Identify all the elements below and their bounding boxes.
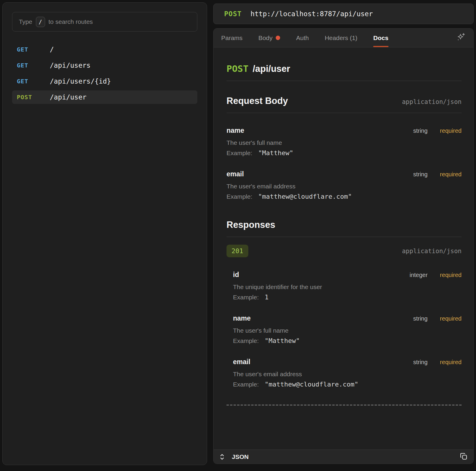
route-method-label: GET (17, 62, 50, 69)
tab-label: Auth (296, 34, 309, 42)
field-head: email string required (227, 170, 462, 178)
field-required-flag: required (440, 171, 462, 178)
route-item-get-api-users-id[interactable]: GET /api/users/{id} (12, 74, 197, 88)
example-value: 1 (265, 293, 269, 301)
request-body-title: Request Body (227, 96, 288, 106)
unfold-chevrons-icon (219, 453, 225, 461)
field-example: Example: 1 (233, 293, 462, 301)
field-name: email (227, 170, 244, 178)
response-content-type-label: application/json (402, 248, 462, 255)
responses-section-head: Responses (227, 220, 462, 230)
tab-label: Docs (373, 34, 388, 42)
example-label: Example: (233, 294, 259, 301)
field-type: string (413, 315, 428, 322)
field-description: The unique identifier for the user (233, 283, 462, 291)
field-example: Example: "Matthew" (233, 337, 462, 344)
field-name: name (233, 314, 251, 322)
field-type: string (413, 359, 428, 366)
request-body-section-head: Request Body application/json (227, 96, 462, 106)
routes-panel: Type / to search routes GET / GET /api/u… (2, 2, 207, 465)
route-item-get-api-users[interactable]: GET /api/users (12, 59, 197, 72)
tab-body[interactable]: Body (258, 29, 280, 47)
field-block-name: name string required The user's full nam… (227, 127, 462, 157)
copy-button[interactable] (459, 452, 468, 462)
route-path-label: / (50, 46, 54, 53)
tab-docs[interactable]: Docs (373, 29, 388, 47)
copy-icon (459, 452, 468, 462)
route-method-label: POST (17, 94, 50, 101)
field-head: id integer required (233, 271, 462, 279)
request-url-text: http://localhost:8787/api/user (250, 10, 373, 18)
bottom-bar: JSON (214, 450, 473, 464)
field-description: The user's email address (227, 183, 462, 190)
field-head: email string required (233, 358, 462, 366)
status-badge: 201 (227, 245, 248, 257)
request-body-fields: name string required The user's full nam… (227, 127, 462, 200)
example-label: Example: (233, 381, 259, 388)
ai-sparkle-button[interactable] (456, 29, 466, 47)
field-block-name: name string required The user's full nam… (233, 314, 462, 344)
route-item-get[interactable]: GET / (12, 43, 197, 56)
slash-key-icon: / (36, 17, 45, 27)
response-fields: id integer required The unique identifie… (233, 271, 462, 388)
example-label: Example: (227, 193, 252, 200)
field-name: id (233, 271, 239, 279)
divider (227, 81, 462, 81)
search-suffix-label: to search routes (49, 18, 93, 25)
response-status-row: 201 application/json (227, 245, 462, 257)
example-label: Example: (227, 150, 252, 157)
request-content-type-label: application/json (402, 98, 462, 105)
route-path-label: /api/user (50, 93, 87, 101)
field-head: name string required (227, 127, 462, 135)
field-example: Example: "matthew@cloudflare.com" (233, 381, 462, 388)
field-type: integer (409, 272, 427, 278)
divider (227, 113, 462, 113)
sparkles-icon (456, 32, 466, 44)
tab-label: Headers (1) (325, 34, 357, 42)
field-required-flag: required (440, 127, 462, 134)
format-label: JSON (232, 453, 249, 460)
unsaved-dot-icon (276, 36, 280, 40)
dashed-divider (227, 404, 462, 406)
field-block-email: email string required The user's email a… (227, 170, 462, 200)
field-block-id: id integer required The unique identifie… (233, 271, 462, 301)
example-value: "Matthew" (265, 337, 300, 344)
field-required-flag: required (440, 359, 462, 366)
field-type: string (413, 127, 428, 134)
format-selector[interactable]: JSON (219, 453, 249, 461)
route-list: GET / GET /api/users GET /api/users/{id}… (3, 43, 207, 104)
route-method-label: GET (17, 78, 50, 85)
field-description: The user's full name (227, 139, 462, 146)
divider (227, 237, 462, 237)
route-path-label: /api/users/{id} (50, 77, 111, 85)
active-tab-underline (373, 46, 388, 47)
field-example: Example: "Matthew" (227, 149, 462, 157)
search-prefix-label: Type (19, 18, 32, 25)
tab-params[interactable]: Params (221, 29, 242, 47)
field-example: Example: "matthew@cloudflare.com" (227, 193, 462, 200)
field-description: The user's email address (233, 371, 462, 378)
tab-label: Body (258, 34, 272, 42)
example-value: "matthew@cloudflare.com" (265, 381, 358, 388)
field-required-flag: required (440, 315, 462, 322)
tab-auth[interactable]: Auth (296, 29, 309, 47)
endpoint-path-label: /api/user (253, 64, 290, 74)
field-head: name string required (233, 314, 462, 322)
example-label: Example: (233, 337, 259, 344)
tab-headers-1[interactable]: Headers (1) (325, 29, 357, 47)
example-value: "Matthew" (258, 149, 293, 157)
request-detail-panel: Params Body Auth Headers (1) Docs POST/a… (213, 28, 474, 464)
docs-content: POST/api/user Request Body application/j… (214, 47, 473, 450)
example-value: "matthew@cloudflare.com" (258, 193, 352, 200)
route-item-post-api-user[interactable]: POST /api/user (12, 90, 197, 104)
route-search-input[interactable]: Type / to search routes (12, 12, 197, 31)
field-description: The user's full name (233, 327, 462, 334)
route-path-label: /api/users (50, 62, 90, 69)
request-url-bar[interactable]: POST http://localhost:8787/api/user (213, 4, 474, 24)
endpoint-method-label: POST (227, 63, 249, 74)
route-method-label: GET (17, 46, 50, 53)
field-required-flag: required (440, 272, 462, 278)
responses-title: Responses (227, 220, 275, 230)
field-name: email (233, 358, 250, 366)
field-name: name (227, 127, 244, 135)
